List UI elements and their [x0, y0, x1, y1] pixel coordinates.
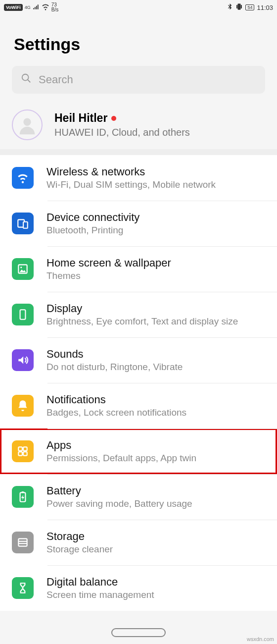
settings-item-sound[interactable]: SoundsDo not disturb, Ringtone, Vibrate — [0, 337, 277, 383]
clock: 11:03 — [257, 4, 273, 11]
section-gap — [0, 149, 277, 155]
item-subtitle: Bluetooth, Printing — [46, 225, 139, 236]
item-title: Display — [46, 302, 238, 315]
profile-subtitle: HUAWEI ID, Cloud, and others — [54, 127, 190, 138]
item-subtitle: Power saving mode, Battery usage — [46, 498, 192, 509]
svg-rect-14 — [18, 538, 27, 546]
item-subtitle: Permissions, Default apps, App twin — [46, 453, 196, 464]
svg-rect-4 — [23, 222, 28, 228]
settings-item-phone[interactable]: DisplayBrightness, Eye comfort, Text and… — [0, 292, 277, 337]
bell-icon — [12, 395, 34, 417]
settings-item-bell[interactable]: NotificationsBadges, Lock screen notific… — [0, 383, 277, 429]
profile-row[interactable]: Heil Hitler HUAWEI ID, Cloud, and others — [0, 101, 277, 149]
settings-item-devices[interactable]: Device connectivityBluetooth, Printing — [0, 201, 277, 246]
page-title: Settings — [0, 15, 277, 66]
item-text: AppsPermissions, Default apps, App twin — [46, 439, 196, 464]
item-subtitle: Storage cleaner — [46, 544, 113, 555]
svg-rect-10 — [18, 452, 22, 456]
svg-point-2 — [23, 118, 31, 126]
item-subtitle: Badges, Lock screen notifications — [46, 407, 186, 418]
item-text: BatteryPower saving mode, Battery usage — [46, 484, 192, 509]
item-text: NotificationsBadges, Lock screen notific… — [46, 393, 186, 418]
svg-rect-7 — [20, 310, 26, 320]
vibrate-icon — [235, 3, 243, 12]
item-title: Home screen & wallpaper — [46, 257, 171, 269]
wifi-icon — [12, 167, 34, 189]
network-speed: 73B/s — [51, 2, 58, 12]
status-right: 54 11:03 — [227, 3, 273, 12]
wifi-icon — [42, 3, 49, 12]
notification-dot-icon — [111, 116, 116, 121]
item-title: Storage — [46, 530, 113, 543]
item-text: Digital balanceScreen time management — [46, 576, 154, 600]
item-text: Wireless & networksWi-Fi, Dual SIM setti… — [46, 165, 216, 190]
status-left: VoWiFi 4G 73B/s — [4, 2, 58, 12]
svg-line-1 — [28, 80, 31, 83]
vowifi-badge: VoWiFi — [4, 4, 23, 11]
search-placeholder: Search — [39, 73, 73, 86]
settings-item-wifi[interactable]: Wireless & networksWi-Fi, Dual SIM setti… — [0, 155, 277, 201]
watermark: wsxdn.com — [247, 636, 274, 642]
battery-indicator: 54 — [245, 4, 254, 10]
svg-rect-11 — [23, 452, 27, 456]
settings-item-battery[interactable]: BatteryPower saving mode, Battery usage — [0, 474, 277, 520]
devices-icon — [12, 213, 34, 234]
item-title: Wireless & networks — [46, 165, 216, 178]
item-text: DisplayBrightness, Eye comfort, Text and… — [46, 302, 238, 327]
item-title: Device connectivity — [46, 211, 139, 224]
item-title: Sounds — [46, 348, 183, 361]
item-text: SoundsDo not disturb, Ringtone, Vibrate — [46, 348, 183, 373]
svg-point-6 — [20, 267, 22, 268]
storage-icon — [12, 532, 34, 553]
settings-list: Wireless & networksWi-Fi, Dual SIM setti… — [0, 155, 277, 611]
svg-rect-8 — [18, 447, 22, 451]
image-icon — [12, 258, 34, 280]
settings-item-storage[interactable]: StorageStorage cleaner — [0, 520, 277, 565]
settings-item-image[interactable]: Home screen & wallpaperThemes — [0, 246, 277, 292]
network-label: 4G — [25, 5, 31, 9]
grid-icon — [12, 440, 34, 462]
item-subtitle: Wi-Fi, Dual SIM settings, Mobile network — [46, 179, 216, 190]
hourglass-icon — [12, 577, 34, 599]
battery-icon — [12, 486, 34, 508]
item-title: Apps — [46, 439, 196, 452]
svg-rect-9 — [23, 447, 27, 451]
sound-icon — [12, 349, 34, 371]
item-subtitle: Screen time management — [46, 590, 154, 600]
phone-icon — [12, 304, 34, 325]
item-title: Notifications — [46, 393, 186, 406]
search-input[interactable]: Search — [12, 66, 265, 94]
svg-point-0 — [22, 74, 29, 81]
signal-icon — [33, 3, 40, 12]
item-text: StorageStorage cleaner — [46, 530, 113, 555]
item-text: Home screen & wallpaperThemes — [46, 257, 171, 281]
settings-item-grid[interactable]: AppsPermissions, Default apps, App twin — [0, 429, 277, 474]
item-text: Device connectivityBluetooth, Printing — [46, 211, 139, 236]
search-icon — [21, 73, 32, 87]
status-bar: VoWiFi 4G 73B/s 54 11:03 — [0, 0, 277, 15]
item-subtitle: Brightness, Eye comfort, Text and displa… — [46, 316, 238, 327]
bluetooth-icon — [227, 3, 233, 11]
svg-rect-13 — [22, 491, 24, 492]
item-title: Digital balance — [46, 576, 154, 589]
settings-item-hourglass[interactable]: Digital balanceScreen time management — [0, 565, 277, 611]
avatar — [12, 109, 43, 140]
profile-name: Heil Hitler — [54, 111, 116, 125]
nav-pill[interactable] — [111, 628, 166, 637]
item-subtitle: Themes — [46, 270, 171, 281]
item-title: Battery — [46, 484, 192, 497]
item-subtitle: Do not disturb, Ringtone, Vibrate — [46, 362, 183, 373]
